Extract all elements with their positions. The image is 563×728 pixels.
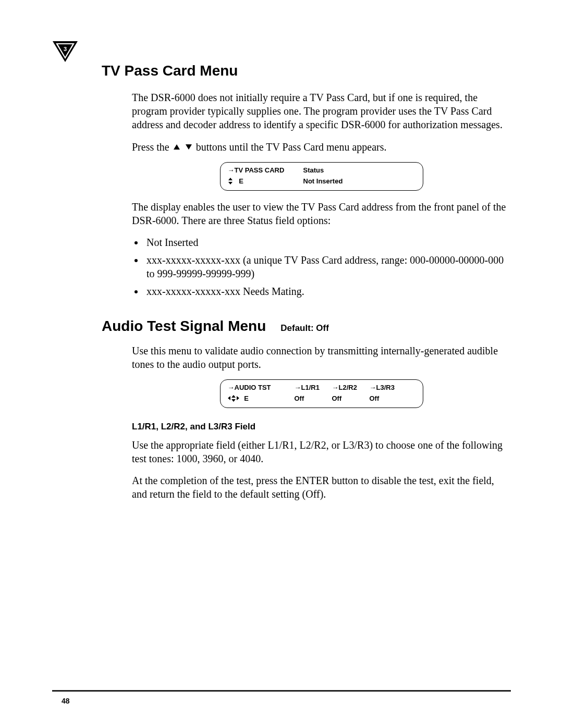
paragraph: The display enables the user to view the…: [132, 200, 511, 227]
svg-text:3: 3: [64, 46, 67, 52]
lcd-cell: Not Inserted: [303, 177, 415, 186]
svg-marker-5: [186, 144, 192, 150]
list-item: xxx-xxxxx-xxxxx-xxx Needs Mating.: [144, 285, 511, 298]
footer-rule: [52, 690, 511, 692]
lcd-cell: E: [228, 177, 298, 186]
svg-marker-9: [231, 395, 236, 398]
page-number: 48: [62, 697, 70, 705]
paragraph: At the completion of the test, press the…: [132, 474, 511, 501]
content-area: TV Pass Card Menu The DSR-6000 does not …: [102, 36, 511, 501]
heading-audio-test-signal-menu: Audio Test Signal Menu: [102, 318, 266, 335]
section1-body: The DSR-6000 does not initially require …: [132, 91, 511, 298]
section2-body: Use this menu to validate audio connecti…: [132, 344, 511, 408]
lcd-row: E Not Inserted: [228, 177, 415, 186]
left-right-up-down-arrow-icon: [228, 394, 241, 402]
lcd-display-tv-pass-card: →TV PASS CARD Status E Not Inserted: [220, 162, 423, 191]
heading-row-audio-test: Audio Test Signal Menu Default: Off: [102, 318, 511, 335]
chapter-triangle-icon: 3: [52, 41, 78, 63]
paragraph: The DSR-6000 does not initially require …: [132, 91, 511, 131]
svg-marker-7: [228, 182, 232, 184]
bullet-list: Not Inserted xxx-xxxxx-xxxxx-xxx (a uniq…: [132, 236, 511, 298]
lcd-row: E Off Off Off: [228, 394, 415, 403]
down-arrow-icon: [185, 140, 192, 153]
svg-marker-8: [228, 396, 230, 400]
svg-marker-10: [231, 399, 236, 402]
svg-marker-4: [174, 144, 180, 150]
text-fragment: buttons until the TV Pass Card menu appe…: [196, 141, 387, 153]
lcd-display-audio-test: →AUDIO TST →L1/R1 →L2/R2 →L3/R3: [220, 379, 423, 408]
paragraph: Use this menu to validate audio connecti…: [132, 344, 511, 371]
list-item: Not Inserted: [144, 236, 511, 249]
up-arrow-icon: [173, 140, 180, 153]
lcd-cell: →L2/R2: [332, 384, 364, 392]
heading-default-label: Default: Off: [280, 323, 329, 334]
lcd-cell: →TV PASS CARD: [228, 166, 298, 175]
lcd-cell: E: [228, 394, 289, 403]
paragraph: Use the appropriate field (either L1/R1,…: [132, 438, 511, 465]
lcd-row: →AUDIO TST →L1/R1 →L2/R2 →L3/R3: [228, 384, 415, 392]
lcd-cell: →L1/R1: [295, 384, 327, 392]
lcd-row: →TV PASS CARD Status: [228, 166, 415, 175]
section2-sub-body: Use the appropriate field (either L1/R1,…: [132, 438, 511, 501]
up-down-arrow-icon: [228, 177, 235, 185]
subheading-l1r1-l2r2-l3r3-field: L1/R1, L2/R2, and L3/R3 Field: [132, 422, 511, 432]
lcd-letter: E: [244, 394, 249, 402]
heading-tv-pass-card-menu: TV Pass Card Menu: [102, 63, 511, 79]
lcd-cell: →L3/R3: [370, 384, 402, 392]
list-item: xxx-xxxxx-xxxxx-xxx (a unique TV Pass Ca…: [144, 253, 511, 280]
svg-marker-11: [237, 396, 239, 400]
page: 3 TV Pass Card Menu The DSR-6000 does no…: [0, 0, 563, 728]
svg-marker-6: [228, 178, 232, 180]
lcd-cell: Off: [370, 394, 402, 403]
lcd-letter: E: [239, 177, 243, 185]
paragraph: Press the buttons until the TV Pass Card…: [132, 140, 511, 154]
lcd-cell: Status: [303, 166, 415, 175]
text-fragment: Press the: [132, 141, 172, 153]
lcd-cell: Off: [295, 394, 327, 403]
chapter-badge: 3: [52, 41, 78, 63]
lcd-cell: Off: [332, 394, 364, 403]
lcd-cell: →AUDIO TST: [228, 384, 289, 392]
